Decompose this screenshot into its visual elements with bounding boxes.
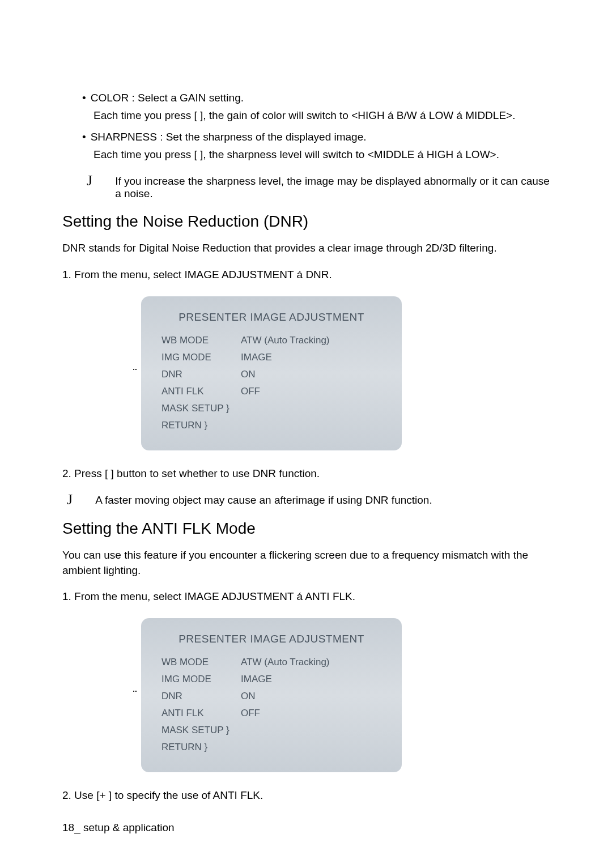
note-dnr: J A faster moving object may cause an af…: [62, 492, 555, 507]
menu-label: WB MODE: [162, 335, 241, 346]
menu-value: ON: [241, 691, 381, 702]
bullet-list: • COLOR : Select a GAIN setting. Each ti…: [82, 91, 555, 162]
menu-row: WB MODEATW (Auto Tracking): [162, 657, 381, 668]
menu-row: DNRON: [162, 691, 381, 702]
dnr-step1: 1. From the menu, select IMAGE ADJUSTMEN…: [62, 267, 555, 283]
menu-label: DNR: [162, 691, 241, 702]
menu-value: IMAGE: [241, 352, 381, 363]
menu-row: ANTI FLKOFF: [162, 708, 381, 719]
menu-row: DNRON: [162, 369, 381, 380]
bullet-sharpness: • SHARPNESS : Set the sharpness of the d…: [82, 130, 555, 145]
page-number: 18: [62, 822, 74, 833]
menu-value: OFF: [241, 708, 381, 719]
menu-value: ATW (Auto Tracking): [241, 657, 381, 668]
menu-label: MASK SETUP }: [162, 403, 241, 414]
menu-box-dnr: ¨ PRESENTER IMAGE ADJUSTMENT WB MODEATW …: [133, 296, 555, 450]
menu-row: MASK SETUP }: [162, 403, 381, 414]
heading-dnr: Setting the Noise Reduction (DNR): [62, 212, 555, 231]
menu-row: ANTI FLKOFF: [162, 386, 381, 397]
menu-value: [241, 420, 381, 431]
note-text: A faster moving object may cause an afte…: [95, 494, 555, 507]
menu-label: MASK SETUP }: [162, 725, 241, 736]
menu-label: IMG MODE: [162, 352, 241, 363]
menu-value: ATW (Auto Tracking): [241, 335, 381, 346]
note-icon: J: [67, 492, 73, 507]
menu-row: RETURN }: [162, 742, 381, 753]
footer-label: setup & application: [83, 822, 175, 833]
menu-panel: PRESENTER IMAGE ADJUSTMENT WB MODEATW (A…: [141, 618, 402, 772]
menu-label: IMG MODE: [162, 674, 241, 685]
menu-row: MASK SETUP }: [162, 725, 381, 736]
note-text: If you increase the sharpness level, the…: [115, 175, 555, 200]
menu-row: RETURN }: [162, 420, 381, 431]
antiflk-step2: 2. Use [+ ] to specify the use of ANTI F…: [62, 788, 555, 803]
menu-label: WB MODE: [162, 657, 241, 668]
menu-value: ON: [241, 369, 381, 380]
menu-value: IMAGE: [241, 674, 381, 685]
bullet-sharpness-sub: Each time you press [ ], the sharpness l…: [94, 147, 555, 163]
note-icon: J: [87, 173, 92, 188]
menu-value: OFF: [241, 386, 381, 397]
menu-label: ANTI FLK: [162, 386, 241, 397]
menu-label: RETURN }: [162, 420, 241, 431]
bullet-color: • COLOR : Select a GAIN setting.: [82, 91, 555, 106]
bullet-color-sub: Each time you press [ ], the gain of col…: [94, 108, 555, 124]
menu-title: PRESENTER IMAGE ADJUSTMENT: [162, 311, 381, 324]
menu-value: [241, 742, 381, 753]
menu-value: [241, 403, 381, 414]
dnr-step2: 2. Press [ ] button to set whether to us…: [62, 466, 555, 482]
menu-panel: PRESENTER IMAGE ADJUSTMENT WB MODEATW (A…: [141, 296, 402, 450]
antiflk-step1: 1. From the menu, select IMAGE ADJUSTMEN…: [62, 589, 555, 605]
bullet-sharpness-text: SHARPNESS : Set the sharpness of the dis…: [91, 130, 555, 145]
menu-box-antiflk: ¨ PRESENTER IMAGE ADJUSTMENT WB MODEATW …: [133, 618, 555, 772]
bullet-color-text: COLOR : Select a GAIN setting.: [91, 91, 555, 106]
dnr-intro: DNR stands for Digital Noise Reduction t…: [62, 241, 555, 256]
menu-label: DNR: [162, 369, 241, 380]
menu-pointer-icon: ¨: [133, 367, 134, 379]
bullet-marker: •: [82, 130, 86, 145]
bullet-marker: •: [82, 91, 86, 106]
page-footer: 18_ setup & application: [62, 822, 175, 834]
menu-label: ANTI FLK: [162, 708, 241, 719]
menu-label: RETURN }: [162, 742, 241, 753]
note-sharpness: J If you increase the sharpness level, t…: [82, 173, 555, 200]
menu-row: IMG MODEIMAGE: [162, 352, 381, 363]
menu-value: [241, 725, 381, 736]
menu-row: IMG MODEIMAGE: [162, 674, 381, 685]
antiflk-intro: You can use this feature if you encounte…: [62, 548, 555, 578]
menu-pointer-icon: ¨: [133, 689, 134, 701]
menu-title: PRESENTER IMAGE ADJUSTMENT: [162, 633, 381, 645]
menu-row: WB MODEATW (Auto Tracking): [162, 335, 381, 346]
footer-separator: _: [74, 822, 83, 833]
heading-antiflk: Setting the ANTI FLK Mode: [62, 520, 555, 538]
